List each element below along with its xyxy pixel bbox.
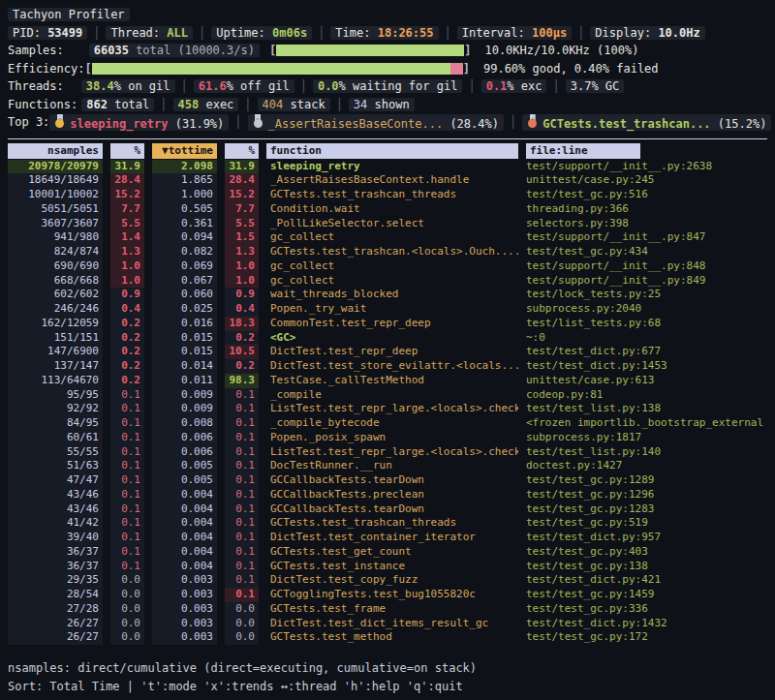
cell-file-line: test/test_gc.py:336: [526, 602, 767, 617]
column-header-pct1[interactable]: %: [110, 143, 144, 159]
cell-file-line: test/test_gc.py:138: [526, 560, 767, 574]
segment-divider: │: [154, 98, 172, 111]
cell-pct-cumulative: 0.1: [225, 573, 259, 588]
column-header-function[interactable]: function: [266, 143, 518, 159]
efficiency-good-bar: [92, 63, 450, 75]
cell-nsamples: 602/602: [8, 288, 103, 302]
cell-pct-cumulative: 98.3: [225, 374, 259, 388]
cell-nsamples: 28/54: [8, 588, 103, 602]
cell-file-line: test/test_dict.py:1453: [526, 359, 767, 374]
segment-divider: │: [87, 26, 106, 40]
cell-pct-direct: 0.1: [110, 502, 144, 517]
cell-tottime: 0.094: [152, 230, 217, 245]
segment-divider: │: [229, 115, 247, 129]
cell-tottime: 0.004: [152, 545, 217, 560]
cell-pct-direct: 0.1: [110, 416, 144, 431]
column-header-nsamples[interactable]: nsamples: [8, 143, 103, 159]
cell-file-line: test/test_dict.py:1432: [526, 617, 767, 631]
cell-function: <GC>: [266, 331, 518, 346]
stat-segment: 61.6% off gil: [194, 79, 294, 93]
cell-pct-direct: 7.7: [110, 202, 144, 217]
cell-pct-direct: 1.4: [110, 230, 144, 245]
stat-segment: 0.0% waiting for gil: [313, 79, 463, 93]
samples-rate: 10.0KHz/10.0KHz (100%): [484, 44, 638, 57]
cell-file-line: doctest.py:1427: [526, 459, 767, 473]
cell-pct-cumulative: 0.1: [225, 388, 259, 403]
cell-pct-cumulative: 0.1: [225, 488, 259, 502]
cell-function: DocTestRunner.__run: [266, 459, 518, 473]
cell-nsamples: 36/37: [8, 560, 103, 574]
cell-pct-direct: 15.2: [110, 188, 144, 202]
footer-keybindings: Sort: Total Time | 't':mode 'x':trends ↔…: [8, 677, 767, 695]
segment-divider: │: [312, 26, 330, 40]
cell-tottime: 1.000: [152, 188, 217, 202]
info-segment: Uptime: 0m06s: [211, 26, 312, 40]
cell-nsamples: 20978/20979: [8, 160, 103, 174]
efficiency-bar-open: [: [84, 62, 91, 76]
cell-function: Popen._posix_spawn: [266, 431, 518, 445]
cell-pct-direct: 28.4: [110, 173, 144, 188]
segment-divider: │: [504, 115, 522, 129]
cell-nsamples: 26/27: [8, 617, 103, 631]
cell-pct-direct: 0.1: [110, 402, 144, 416]
cell-pct-cumulative: 0.1: [225, 545, 259, 560]
top3-entry[interactable]: GCTests.test_trashcan... (15.2%): [522, 114, 771, 131]
samples-count: 66035 total (10000.3/s): [89, 44, 260, 57]
cell-pct-direct: 0.1: [110, 560, 144, 574]
cell-nsamples: 5051/5051: [8, 202, 103, 217]
cell-pct-cumulative: 0.0: [225, 602, 259, 617]
cell-tottime: 0.003: [152, 588, 217, 602]
cell-tottime: 0.009: [152, 388, 217, 403]
cell-tottime: 0.003: [152, 602, 217, 617]
cell-tottime: 0.015: [152, 345, 217, 359]
cell-nsamples: 690/690: [8, 259, 103, 274]
cell-pct-direct: 0.2: [110, 359, 144, 374]
top3-entry[interactable]: _AssertRaisesBaseConte... (28.4%): [248, 114, 504, 131]
cell-pct-cumulative: 5.5: [225, 217, 259, 231]
column-header-tottime-sorted[interactable]: ▼tottime: [152, 143, 217, 159]
column-header-file-line[interactable]: file:line: [526, 143, 640, 159]
cell-nsamples: 43/46: [8, 488, 103, 502]
column-header-pct2[interactable]: %: [225, 143, 259, 159]
stat-segment: 0.1% exc: [481, 79, 547, 93]
cell-nsamples: 29/35: [8, 573, 103, 588]
segment-divider: │: [572, 26, 590, 40]
table-body: 20978/2097931.92.09831.9sleeping_retryte…: [8, 160, 767, 646]
app-title: Tachyon Profiler: [8, 8, 130, 21]
info-segment: Time: 18:26:55: [330, 26, 438, 40]
cell-nsamples: 41/42: [8, 516, 103, 531]
cell-pct-cumulative: 0.1: [225, 416, 259, 431]
cell-file-line: test/test_gc.py:1459: [526, 588, 767, 602]
cell-file-line: test/test_dict.py:677: [526, 345, 767, 359]
cell-function: Condition.wait: [266, 202, 518, 217]
cell-function: ListTest.test_repr_large.<locals>.check: [266, 402, 518, 416]
table-header: nsamples % ▼tottime % function file:line: [8, 143, 767, 159]
cell-tottime: 0.003: [152, 630, 217, 645]
cell-function: sleeping_retry: [266, 160, 518, 174]
cell-nsamples: 824/874: [8, 245, 103, 259]
cell-pct-cumulative: 15.2: [225, 188, 259, 202]
cell-nsamples: 10001/10002: [8, 188, 103, 202]
cell-nsamples: 43/46: [8, 502, 103, 517]
stat-segment: 862 total: [81, 98, 154, 111]
cell-tottime: 0.003: [152, 617, 217, 631]
cell-nsamples: 113/64670: [8, 374, 103, 388]
cell-nsamples: 39/40: [8, 531, 103, 545]
cell-function: CommonTest.test_repr_deep: [266, 317, 518, 331]
cell-pct-cumulative: 31.9: [225, 160, 259, 174]
efficiency-failed-bar: [450, 63, 463, 75]
top3-entry[interactable]: sleeping_retry (31.9%): [49, 114, 229, 131]
cell-function: GCTests.test_frame: [266, 602, 518, 617]
cell-pct-direct: 0.1: [110, 473, 144, 488]
gold-medal-icon: [55, 114, 64, 128]
cell-pct-cumulative: 0.9: [225, 288, 259, 302]
cell-pct-cumulative: 0.1: [225, 516, 259, 531]
cell-function: _PollLikeSelector.select: [266, 217, 518, 231]
cell-function: TestCase._callTestMethod: [266, 374, 518, 388]
cell-tottime: 0.005: [152, 473, 217, 488]
footer: nsamples: direct/cumulative (direct=exec…: [8, 658, 767, 695]
cell-pct-cumulative: 0.1: [225, 531, 259, 545]
efficiency-bar-close: ]: [463, 62, 470, 76]
stat-segment: 34 shown: [349, 98, 415, 111]
cell-nsamples: 60/61: [8, 431, 103, 445]
